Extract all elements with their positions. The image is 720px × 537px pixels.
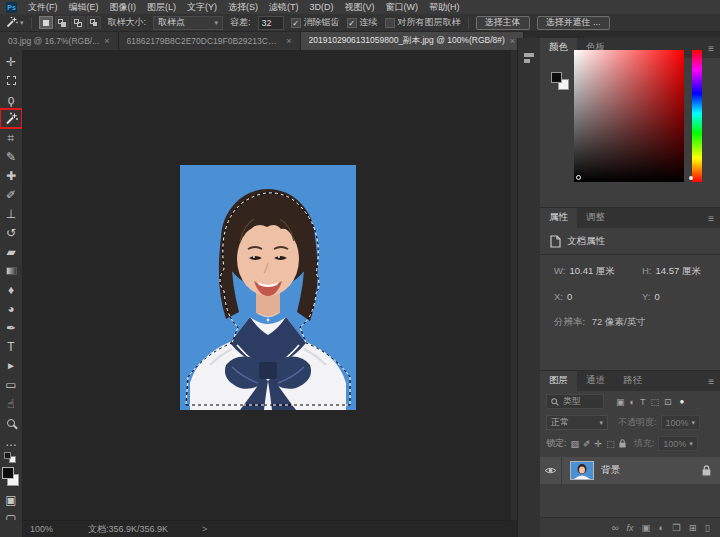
fill-dropdown[interactable]: 100% ▾: [658, 436, 698, 451]
adjustment-layer-icon[interactable]: ◐: [659, 522, 665, 533]
hue-slider[interactable]: [692, 50, 702, 182]
type-tool[interactable]: T: [0, 337, 22, 356]
lock-all-icon[interactable]: [619, 439, 626, 448]
layer-style-icon[interactable]: fx: [627, 523, 634, 533]
new-group-icon[interactable]: ❒: [672, 522, 681, 533]
add-layer-mask-icon[interactable]: ▣: [642, 522, 651, 533]
tab-paths[interactable]: 路径: [614, 371, 651, 391]
foreground-color-swatch[interactable]: [551, 72, 562, 83]
foreground-background-colors[interactable]: [0, 464, 22, 490]
menu-layer[interactable]: 图层(L): [147, 1, 176, 14]
close-icon[interactable]: ×: [104, 36, 109, 46]
path-selection-tool[interactable]: ►: [0, 356, 22, 375]
collapsed-panel-dock[interactable]: [517, 38, 540, 537]
select-subject-button[interactable]: 选择主体: [476, 16, 530, 30]
rectangle-tool[interactable]: ▭: [0, 375, 22, 394]
blend-mode-dropdown[interactable]: 正常 ▾: [546, 415, 608, 430]
menu-file[interactable]: 文件(F): [28, 1, 58, 14]
lock-row: 锁定: ▨ ✐ ✛ ⬚ 填充: 100% ▾: [540, 433, 720, 454]
rectangular-marquee-tool[interactable]: [0, 71, 22, 90]
layer-filter-search[interactable]: 类型: [546, 394, 604, 409]
layer-visibility-toggle[interactable]: [540, 457, 562, 484]
tab-layers[interactable]: 图层: [540, 371, 577, 391]
spot-healing-brush-tool[interactable]: ✚: [0, 166, 22, 185]
layer-thumbnail[interactable]: [570, 461, 594, 480]
menu-window[interactable]: 窗口(W): [386, 1, 419, 14]
delete-layer-icon[interactable]: ▯: [705, 522, 710, 533]
menu-view[interactable]: 视图(V): [345, 1, 375, 14]
new-selection-button[interactable]: [39, 16, 53, 29]
background-lock-icon[interactable]: [702, 465, 711, 476]
pen-tool[interactable]: ✒: [0, 318, 22, 337]
filter-toggle-icon[interactable]: ●: [680, 397, 685, 406]
hand-icon: ☝: [7, 397, 14, 411]
menu-help[interactable]: 帮助(H): [429, 1, 460, 14]
select-and-mask-button[interactable]: 选择并遮住 ...: [537, 16, 610, 30]
close-icon[interactable]: ×: [286, 36, 291, 46]
menu-filter[interactable]: 滤镜(T): [269, 1, 299, 14]
filter-type-layers-icon[interactable]: T: [640, 397, 646, 407]
gradient-tool[interactable]: [0, 261, 22, 280]
add-to-selection-button[interactable]: [55, 16, 69, 29]
menu-image[interactable]: 图像(I): [110, 1, 137, 14]
portrait-photo[interactable]: [180, 165, 356, 410]
opacity-dropdown[interactable]: 100% ▾: [661, 415, 701, 430]
hand-tool[interactable]: ☝: [0, 394, 22, 413]
lock-image-pixels-icon[interactable]: ✐: [583, 439, 591, 449]
magic-wand-tool[interactable]: [0, 109, 22, 128]
tab-adjustments[interactable]: 调整: [577, 208, 614, 228]
status-options-chevron[interactable]: >: [202, 524, 207, 534]
zoom-tool[interactable]: [0, 413, 22, 432]
photoshop-logo[interactable]: Ps: [6, 2, 17, 13]
layer-row-background[interactable]: 背景: [540, 457, 720, 484]
blur-tool[interactable]: ♦: [0, 280, 22, 299]
tab-channels[interactable]: 通道: [577, 371, 614, 391]
crop-tool[interactable]: ⌗: [0, 128, 22, 147]
edit-toolbar-button[interactable]: …: [0, 432, 22, 451]
eraser-tool[interactable]: ▰: [0, 242, 22, 261]
contiguous-checkbox[interactable]: ✓ 连续: [347, 16, 378, 29]
document-tab[interactable]: 61862179B8C2E70DC19F0B29213CB7A1.png @ 1…: [119, 32, 301, 50]
tab-properties[interactable]: 属性: [540, 208, 577, 228]
filter-shape-layers-icon[interactable]: ⬚: [650, 397, 659, 407]
foreground-color-swatch[interactable]: [2, 467, 14, 479]
saturation-brightness-field[interactable]: [574, 50, 684, 182]
dodge-tool[interactable]: ◕: [0, 299, 22, 318]
filter-pixel-layers-icon[interactable]: ▣: [616, 397, 625, 407]
brush-tool[interactable]: ✐: [0, 185, 22, 204]
link-layers-icon[interactable]: ∞: [612, 522, 619, 533]
menu-select[interactable]: 选择(S): [228, 1, 258, 14]
move-tool[interactable]: ✛: [0, 52, 22, 71]
tab-color[interactable]: 颜色: [540, 38, 577, 58]
filter-smart-objects-icon[interactable]: ⊡: [664, 397, 672, 407]
zoom-level-field[interactable]: 100%: [30, 524, 82, 534]
tolerance-input[interactable]: [258, 16, 284, 30]
panel-menu-icon[interactable]: ≡: [708, 213, 714, 224]
eyedropper-tool[interactable]: ✎: [0, 147, 22, 166]
sample-all-layers-checkbox[interactable]: 对所有图层取样: [385, 16, 461, 29]
lasso-tool[interactable]: ϙ: [0, 90, 22, 109]
menu-3d[interactable]: 3D(D): [310, 2, 334, 12]
subtract-from-selection-button[interactable]: [71, 16, 85, 29]
close-icon[interactable]: ×: [510, 36, 515, 46]
history-brush-tool[interactable]: ↺: [0, 223, 22, 242]
lock-position-icon[interactable]: ✛: [595, 439, 603, 449]
current-tool-preset[interactable]: ▾: [5, 16, 24, 29]
quick-mask-button[interactable]: ▣: [0, 490, 22, 509]
clone-stamp-tool[interactable]: ⊥: [0, 204, 22, 223]
panel-menu-icon[interactable]: ≡: [708, 376, 714, 387]
filter-adjustment-layers-icon[interactable]: ◐: [630, 397, 635, 407]
intersect-selection-button[interactable]: [87, 16, 101, 29]
document-tab[interactable]: 03.jpg @ 16.7%(RGB/... ×: [0, 32, 119, 50]
menu-type[interactable]: 文字(Y): [187, 1, 217, 14]
document-properties-row[interactable]: 文档属性: [540, 228, 720, 254]
menu-edit[interactable]: 编辑(E): [69, 1, 99, 14]
lock-transparent-pixels-icon[interactable]: ▨: [571, 439, 580, 449]
document-tab-active[interactable]: 2019102906131059800_副本.jpg @ 100%(RGB/8#…: [301, 32, 525, 50]
default-colors-control[interactable]: [0, 451, 22, 464]
panel-menu-icon[interactable]: ≡: [708, 43, 714, 54]
sample-size-dropdown[interactable]: 取样点 ▾: [153, 16, 223, 30]
anti-alias-checkbox[interactable]: ✓ 消除锯齿: [291, 16, 340, 29]
new-layer-icon[interactable]: ⊞: [689, 522, 697, 533]
lock-artboard-icon[interactable]: ⬚: [606, 439, 615, 449]
